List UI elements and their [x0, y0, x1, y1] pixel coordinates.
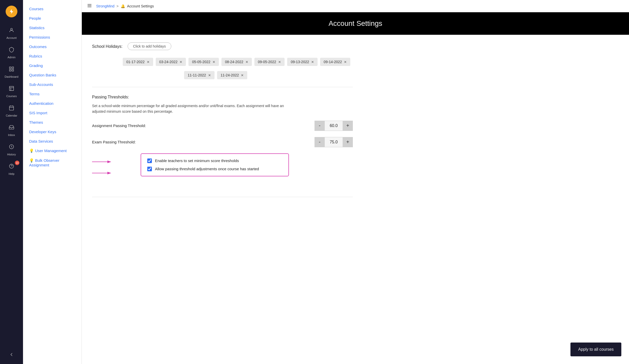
svg-rect-2: [12, 67, 14, 69]
content-area: StrongMind > 🔔 Account Settings Account …: [82, 0, 629, 364]
nav-item-rubrics[interactable]: Rubrics: [23, 51, 82, 61]
page-header: Account Settings: [82, 12, 629, 35]
sidebar-history-label: History: [7, 153, 16, 156]
holiday-tag-6: 09-14-2022 ✕: [320, 58, 351, 66]
nav-sidebar: Courses People Statistics Permissions Ou…: [23, 0, 82, 364]
checkboxes-section: Enable teachers to set minimum score thr…: [92, 153, 353, 181]
nav-item-sis-import[interactable]: SIS Import: [23, 108, 82, 118]
menu-icon[interactable]: [87, 3, 92, 9]
logo[interactable]: [0, 3, 23, 20]
assignment-minus-button[interactable]: -: [314, 121, 325, 131]
sidebar-item-history[interactable]: History: [0, 139, 23, 158]
enable-teachers-label[interactable]: Enable teachers to set minimum score thr…: [155, 158, 239, 163]
breadcrumb-separator: >: [117, 4, 119, 8]
sidebar-dashboard-label: Dashboard: [5, 75, 18, 78]
sidebar-item-courses[interactable]: Courses: [0, 81, 23, 100]
allow-adjustments-checkbox-row: Allow passing threshold adjustments once…: [147, 167, 282, 171]
arrow-1-icon: [92, 158, 113, 165]
remove-holiday-4[interactable]: ✕: [278, 60, 281, 64]
nav-item-developer-keys[interactable]: Developer Keys: [23, 127, 82, 136]
exam-minus-button[interactable]: -: [314, 137, 325, 147]
allow-adjustments-checkbox[interactable]: [147, 167, 152, 171]
remove-holiday-2[interactable]: ✕: [212, 60, 215, 64]
exam-threshold-control: - 75.0 +: [314, 137, 353, 147]
holiday-tag-5: 09-13-2022 ✕: [287, 58, 318, 66]
sidebar-admin-label: Admin: [7, 56, 15, 59]
enable-teachers-checkbox-row: Enable teachers to set minimum score thr…: [147, 158, 282, 163]
sidebar-item-account[interactable]: Account: [0, 22, 23, 42]
sidebar-account-label: Account: [6, 36, 17, 39]
sidebar-help-label: Help: [9, 172, 15, 175]
nav-item-grading[interactable]: Grading: [23, 61, 82, 70]
sidebar-item-dashboard[interactable]: Dashboard: [0, 61, 23, 81]
remove-holiday-7[interactable]: ✕: [208, 73, 211, 77]
remove-holiday-0[interactable]: ✕: [147, 60, 150, 64]
remove-holiday-6[interactable]: ✕: [344, 60, 347, 64]
nav-item-terms[interactable]: Terms: [23, 89, 82, 99]
exam-threshold-row: Exam Passing Threshold: - 75.0 +: [92, 137, 353, 147]
nav-item-data-services[interactable]: Data Services: [23, 136, 82, 146]
assignment-threshold-label: Assignment Passing Threshold:: [92, 123, 314, 128]
apply-all-courses-button[interactable]: Apply to all courses: [570, 343, 621, 356]
nav-item-outcomes[interactable]: Outcomes: [23, 42, 82, 51]
remove-holiday-1[interactable]: ✕: [179, 60, 182, 64]
nav-item-themes[interactable]: Themes: [23, 118, 82, 127]
exam-plus-button[interactable]: +: [343, 137, 353, 147]
exam-threshold-value: 75.0: [325, 137, 343, 147]
remove-holiday-8[interactable]: ✕: [241, 73, 244, 77]
svg-point-0: [10, 28, 12, 30]
help-badge: 10: [15, 161, 19, 165]
nav-item-courses[interactable]: Courses: [23, 4, 82, 14]
thresholds-description: Set a school-wide minimum percentage for…: [92, 103, 297, 115]
nav-item-people[interactable]: People: [23, 14, 82, 23]
assignment-threshold-value: 60.0: [325, 121, 343, 131]
assignment-threshold-control: - 60.0 +: [314, 121, 353, 131]
breadcrumb-home[interactable]: StrongMind: [96, 4, 115, 8]
svg-rect-8: [9, 106, 14, 110]
sidebar-collapse-button[interactable]: [7, 349, 16, 360]
thresholds-section: Passing Thresholds: Set a school-wide mi…: [92, 95, 353, 197]
nav-item-sub-accounts[interactable]: Sub-Accounts: [23, 80, 82, 89]
assignment-threshold-row: Assignment Passing Threshold: - 60.0 +: [92, 121, 353, 131]
holiday-tag-4: 09-05-2022 ✕: [254, 58, 285, 66]
assignment-plus-button[interactable]: +: [343, 121, 353, 131]
holiday-tags: 01-17-2022 ✕ 03-24-2022 ✕ 05-05-2022 ✕: [123, 58, 353, 79]
sidebar-item-help[interactable]: 10 Help: [0, 158, 23, 178]
sidebar-item-calendar[interactable]: Calendar: [0, 100, 23, 120]
nav-item-permissions[interactable]: Permissions: [23, 32, 82, 42]
arrow-2-icon: [92, 169, 113, 177]
svg-marker-21: [107, 172, 111, 174]
holidays-label: School Holidays:: [92, 44, 122, 49]
nav-item-user-management[interactable]: 💡 User Management: [23, 146, 82, 156]
icon-sidebar: Account Admin Dashboard Courses Calendar…: [0, 0, 23, 364]
page-content: Account Settings School Holidays: Click …: [82, 12, 629, 364]
sidebar-item-inbox[interactable]: Inbox: [0, 120, 23, 139]
sidebar-calendar-label: Calendar: [6, 114, 17, 117]
sidebar-item-admin[interactable]: Admin: [0, 42, 23, 61]
nav-item-authentication[interactable]: Authentication: [23, 99, 82, 108]
holiday-tag-1: 03-24-2022 ✕: [156, 58, 186, 66]
svg-rect-5: [9, 86, 14, 91]
page-title: Account Settings: [329, 19, 382, 27]
holiday-tag-2: 05-05-2022 ✕: [188, 58, 219, 66]
nav-item-question-banks[interactable]: Question Banks: [23, 70, 82, 80]
enable-teachers-checkbox[interactable]: [147, 158, 152, 163]
nav-item-statistics[interactable]: Statistics: [23, 23, 82, 32]
add-holidays-button[interactable]: Click to add holidays: [128, 42, 171, 50]
svg-rect-3: [9, 70, 11, 71]
exam-threshold-label: Exam Passing Threshold:: [92, 140, 314, 144]
holiday-tag-7: 11-11-2022 ✕: [184, 71, 215, 79]
holiday-tag-8: 11-24-2022 ✕: [217, 71, 248, 79]
svg-rect-4: [12, 70, 14, 71]
remove-holiday-5[interactable]: ✕: [311, 60, 314, 64]
nav-item-bulk-observer[interactable]: 💡 Bulk Observer Assignment: [23, 156, 82, 170]
thresholds-label: Passing Thresholds:: [92, 95, 353, 99]
svg-rect-1: [9, 67, 11, 69]
breadcrumb-bar: StrongMind > 🔔 Account Settings: [82, 0, 629, 12]
svg-point-13: [9, 164, 14, 168]
checkbox-container: Enable teachers to set minimum score thr…: [141, 153, 289, 176]
holiday-tag-0: 01-17-2022 ✕: [123, 58, 153, 66]
remove-holiday-3[interactable]: ✕: [245, 60, 248, 64]
holidays-section: School Holidays: Click to add holidays 0…: [92, 42, 353, 87]
allow-adjustments-label[interactable]: Allow passing threshold adjustments once…: [155, 167, 259, 171]
